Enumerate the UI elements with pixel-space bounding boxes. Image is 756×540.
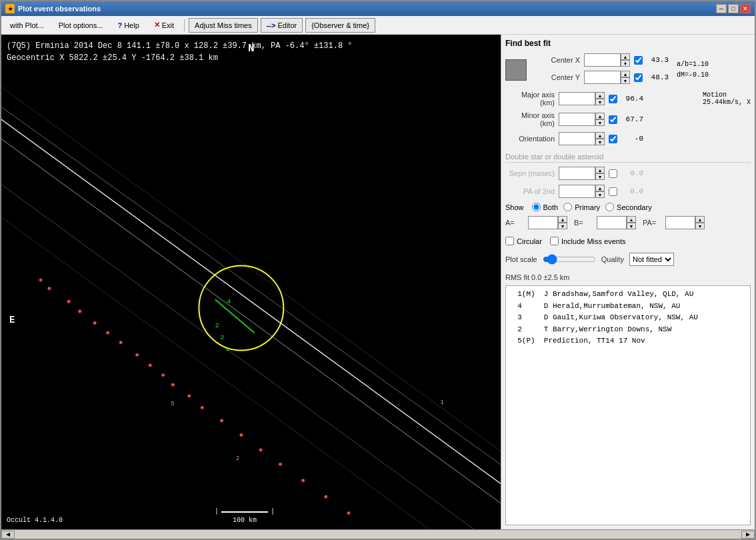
center-x-spinner: -143.0 ▲ ▼ bbox=[584, 53, 630, 67]
major-axis-spin-btns: ▲ ▼ bbox=[595, 92, 605, 105]
b-down[interactable]: ▼ bbox=[627, 223, 636, 229]
pa-input[interactable]: 0.0 bbox=[665, 216, 695, 229]
major-axis-input[interactable]: 141.1 bbox=[559, 92, 595, 105]
horizontal-scrollbar-track[interactable] bbox=[15, 531, 741, 539]
minor-axis-check-value: 67.7 bbox=[619, 115, 646, 123]
plot-options-button[interactable]: Plot options... bbox=[53, 18, 109, 33]
a-spinner: 0.0 ▲ ▼ bbox=[528, 216, 567, 229]
a-input[interactable]: 0.0 bbox=[528, 216, 558, 229]
help-button[interactable]: ? Help bbox=[111, 18, 145, 33]
center-y-label: Center Y bbox=[531, 73, 584, 81]
dm-ratio: dM=-0.10 bbox=[677, 70, 709, 81]
maximize-button[interactable]: □ bbox=[728, 4, 739, 13]
major-axis-up[interactable]: ▲ bbox=[595, 92, 605, 99]
show-both-input[interactable] bbox=[532, 203, 541, 211]
svg-point-21 bbox=[220, 419, 223, 423]
quality-select[interactable]: Not fitted bbox=[629, 253, 674, 266]
center-y-checkbox[interactable] bbox=[634, 73, 643, 82]
svg-point-9 bbox=[47, 287, 51, 290]
minor-axis-down[interactable]: ▼ bbox=[595, 119, 605, 126]
center-x-checkbox[interactable] bbox=[634, 56, 643, 65]
pa2nd-input[interactable]: 0.0 bbox=[559, 185, 595, 198]
sepn-down[interactable]: ▼ bbox=[595, 173, 605, 180]
sepn-up[interactable]: ▲ bbox=[595, 167, 605, 173]
a-up[interactable]: ▲ bbox=[558, 216, 567, 223]
center-x-input-row: Center X -143.0 ▲ ▼ 43.3 bbox=[531, 53, 671, 67]
pa2nd-check-value: 0.0 bbox=[619, 187, 646, 195]
minimize-button[interactable]: ─ bbox=[716, 4, 727, 13]
b-up[interactable]: ▲ bbox=[627, 216, 636, 223]
title-bar-left: ★ Plot event observations bbox=[5, 4, 101, 13]
show-secondary-label: Secondary bbox=[617, 203, 652, 211]
center-x-label: Center X bbox=[531, 56, 584, 64]
svg-line-0 bbox=[1, 100, 501, 503]
plot-scale-slider[interactable] bbox=[543, 254, 596, 265]
pa-up[interactable]: ▲ bbox=[695, 216, 705, 223]
editor-button[interactable]: -->Editor bbox=[261, 18, 303, 33]
exit-button[interactable]: ✕ Exit bbox=[148, 18, 180, 33]
scroll-right-btn[interactable]: ▶ bbox=[741, 531, 755, 539]
svg-point-14 bbox=[119, 341, 123, 344]
center-x-up[interactable]: ▲ bbox=[621, 53, 630, 60]
minor-axis-check-area: 67.7 bbox=[609, 115, 646, 124]
center-y-down[interactable]: ▼ bbox=[621, 77, 630, 84]
svg-point-12 bbox=[93, 321, 97, 325]
svg-line-5 bbox=[1, 67, 501, 471]
center-x-check-value: 43.3 bbox=[645, 56, 671, 64]
sepn-checkbox[interactable] bbox=[609, 169, 617, 178]
svg-point-24 bbox=[279, 463, 282, 466]
include-miss-checkbox[interactable] bbox=[550, 237, 559, 245]
svg-text:5: 5 bbox=[171, 401, 174, 407]
major-axis-down[interactable]: ▼ bbox=[595, 99, 605, 105]
minor-axis-checkbox[interactable] bbox=[609, 115, 617, 124]
circular-checkbox-item: Circular bbox=[505, 237, 542, 245]
ratio-info: a/b=1.10 dM=-0.10 bbox=[677, 59, 709, 81]
a-down[interactable]: ▼ bbox=[558, 223, 567, 229]
circular-checkbox[interactable] bbox=[505, 237, 514, 245]
minor-axis-input[interactable]: 128.2 bbox=[559, 113, 595, 126]
major-axis-checkbox[interactable] bbox=[609, 95, 617, 103]
sepn-input[interactable]: 0.0 bbox=[559, 167, 595, 180]
version-label: Occult 4.1.4.0 bbox=[7, 517, 63, 524]
pa2nd-checkbox[interactable] bbox=[609, 187, 617, 196]
center-y-input-row: Center Y 81.0 ▲ ▼ 48.3 bbox=[531, 71, 671, 84]
bottom-scrollbar[interactable]: ◀ ▶ bbox=[1, 529, 755, 539]
with-plot-button[interactable]: with Plot... bbox=[4, 18, 50, 33]
close-button[interactable]: ✕ bbox=[740, 4, 751, 13]
b-label: B= bbox=[574, 219, 594, 227]
pa-spin-btns: ▲ ▼ bbox=[695, 216, 705, 229]
fit-icon bbox=[505, 59, 527, 81]
center-y-spinner: 81.0 ▲ ▼ bbox=[584, 71, 630, 84]
scroll-left-btn[interactable]: ◀ bbox=[1, 531, 15, 539]
sepn-row: Sepn (masec) 0.0 ▲ ▼ 0.0 bbox=[505, 167, 751, 180]
svg-line-2 bbox=[1, 74, 501, 484]
center-x-down[interactable]: ▼ bbox=[621, 60, 630, 67]
arrow-icon: --> bbox=[267, 21, 276, 29]
motion-info: Motion 25.44km/s, X bbox=[697, 91, 751, 106]
center-y-check-value: 48.3 bbox=[645, 73, 671, 81]
minor-axis-up[interactable]: ▲ bbox=[595, 113, 605, 119]
svg-point-26 bbox=[324, 495, 327, 499]
center-y-input[interactable]: 81.0 bbox=[584, 71, 621, 84]
adjust-miss-button[interactable]: Adjust Miss times bbox=[189, 18, 258, 33]
pa-down[interactable]: ▼ bbox=[695, 223, 705, 229]
svg-point-8 bbox=[39, 279, 43, 282]
pa2nd-check-area: 0.0 bbox=[609, 187, 646, 196]
center-y-up[interactable]: ▲ bbox=[621, 71, 630, 77]
pa2nd-down[interactable]: ▼ bbox=[595, 191, 605, 198]
show-secondary-input[interactable] bbox=[605, 203, 614, 211]
b-input[interactable]: 0.0 bbox=[597, 216, 627, 229]
orientation-checkbox[interactable] bbox=[609, 135, 617, 143]
abpa-row: A= 0.0 ▲ ▼ B= 0.0 ▲ ▼ PA= bbox=[505, 216, 751, 229]
show-both-label: Both bbox=[543, 203, 559, 211]
center-x-input[interactable]: -143.0 bbox=[584, 53, 621, 67]
major-axis-label: Major axis (km) bbox=[505, 91, 559, 107]
canvas-area: (7Q5) Erminia 2014 Dec 8 141.1 ±78.0 x 1… bbox=[1, 35, 501, 529]
orientation-up[interactable]: ▲ bbox=[595, 132, 605, 139]
show-primary-input[interactable] bbox=[563, 203, 572, 211]
show-label: Show bbox=[505, 203, 524, 211]
orientation-down[interactable]: ▼ bbox=[595, 139, 605, 145]
orientation-input[interactable]: -6.4 bbox=[559, 132, 595, 145]
observer-time-button[interactable]: {Observer & time} bbox=[305, 18, 375, 33]
pa2nd-up[interactable]: ▲ bbox=[595, 185, 605, 191]
